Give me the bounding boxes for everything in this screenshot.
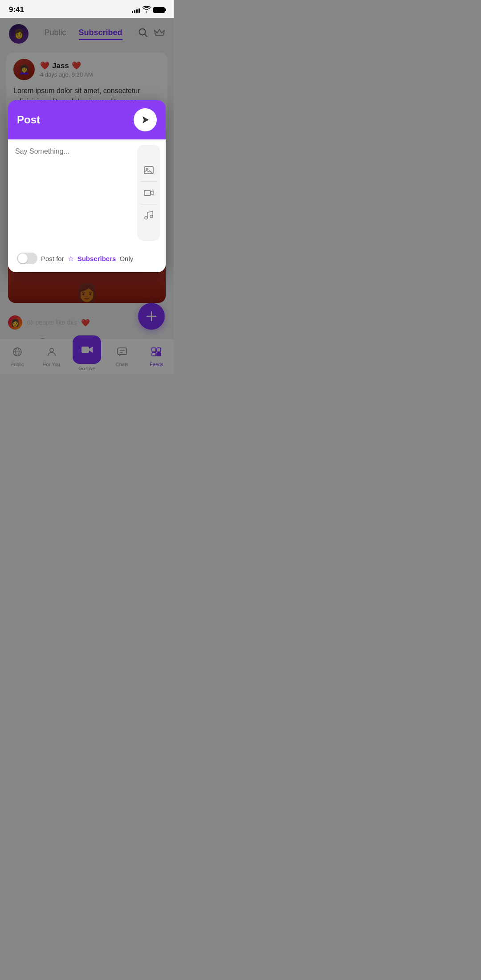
status-bar: 9:41 [0, 0, 174, 18]
modal-footer: Post for ☆ Subscribers Only [8, 246, 166, 272]
only-label: Only [119, 255, 133, 262]
music-upload-button[interactable] [140, 207, 157, 224]
post-text-area-wrap[interactable] [8, 139, 137, 246]
post-for-label: Post for [41, 255, 64, 262]
signal-icon [132, 7, 140, 13]
modal-title: Post [17, 114, 40, 126]
media-buttons [137, 145, 160, 241]
status-icons [132, 6, 165, 14]
svg-rect-5 [144, 190, 151, 196]
image-upload-button[interactable] [140, 162, 157, 179]
svg-point-4 [147, 168, 148, 170]
video-upload-button[interactable] [140, 184, 157, 201]
app-background: 👩 Public Subscribed 👩‍🦱 [0, 18, 174, 374]
post-textarea[interactable] [15, 147, 130, 237]
subscribers-toggle[interactable] [17, 253, 37, 264]
subscribers-label[interactable]: Subscribers [77, 255, 116, 262]
battery-icon [153, 7, 165, 13]
modal-header: Post [8, 100, 166, 139]
svg-marker-2 [143, 116, 149, 123]
send-button[interactable] [134, 108, 157, 131]
star-icon: ☆ [68, 254, 74, 263]
post-modal: Post [8, 100, 166, 272]
wifi-icon [143, 6, 151, 14]
subscribers-toggle-wrap: Post for ☆ Subscribers Only [17, 253, 133, 264]
modal-body [8, 139, 166, 246]
status-time: 9:41 [9, 5, 24, 14]
